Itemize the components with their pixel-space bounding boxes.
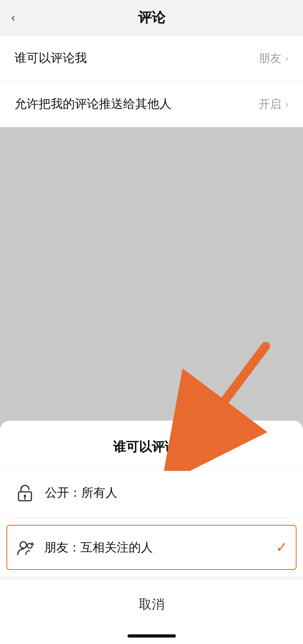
settings-area-top: 谁可以评论我 朋友 › 允许把我的评论推送给其他人 开启 ›: [0, 35, 303, 127]
header-top: ‹ 评论: [0, 0, 303, 35]
check-icon: ✓: [276, 539, 288, 556]
option-public-text: 公开：所有人: [45, 485, 117, 501]
setting-row-who-can-comment-top[interactable]: 谁可以评论我 朋友 ›: [0, 35, 303, 81]
cancel-button[interactable]: 取消: [0, 576, 303, 630]
bottom-sheet: 谁可以评论我 公开：所有人: [0, 421, 303, 644]
lock-open-icon: [14, 482, 35, 503]
chevron-icon-push-top: ›: [285, 99, 289, 110]
friends-icon: [15, 537, 36, 558]
home-indicator: [128, 634, 176, 638]
svg-point-5: [20, 542, 27, 548]
setting-row-push-comment-top[interactable]: 允许把我的评论推送给其他人 开启 ›: [0, 81, 303, 127]
option-friends-text: 朋友：互相关注的人: [44, 539, 153, 556]
page-title-top: 评论: [138, 8, 165, 27]
setting-label-push-top: 允许把我的评论推送给其他人: [14, 96, 171, 112]
bottom-sheet-title: 谁可以评论我: [0, 421, 303, 468]
option-public[interactable]: 公开：所有人: [0, 468, 303, 518]
setting-label-who-top: 谁可以评论我: [14, 50, 87, 66]
option-friends[interactable]: 朋友：互相关注的人 ✓: [6, 525, 297, 570]
setting-value-who-top: 朋友 ›: [259, 51, 289, 66]
back-button-top[interactable]: ‹: [11, 11, 15, 24]
setting-value-push-top: 开启 ›: [259, 97, 289, 112]
chevron-icon-who-top: ›: [285, 53, 289, 64]
